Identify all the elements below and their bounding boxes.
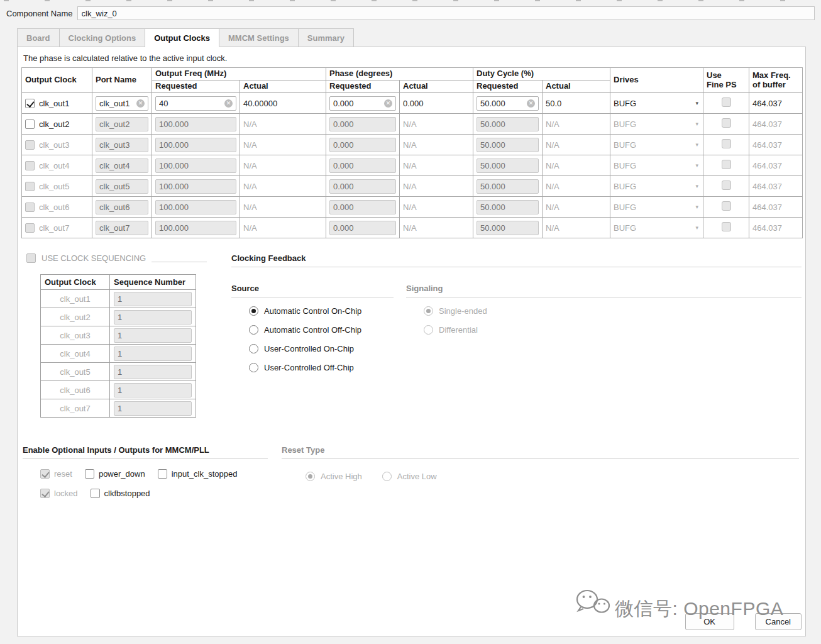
duty-requested-input-value: 50.000 <box>480 99 524 108</box>
phase-actual-value: N/A <box>400 155 473 176</box>
clock-name-cell: clk_out4 <box>25 161 89 170</box>
seq-clock-name: clk_out7 <box>41 399 110 418</box>
seq-clock-name: clk_out6 <box>41 381 110 399</box>
duty-requested-input-value: 50.000 <box>480 119 535 129</box>
drives-select[interactable]: BUFG▾ <box>614 161 700 170</box>
col-output-freq: Output Freq (MHz) <box>152 68 326 80</box>
port-name-input-value: clk_out5 <box>99 182 145 191</box>
freq-requested-input: 100.000 <box>155 179 236 194</box>
max-freq-value: 464.037 <box>749 155 803 176</box>
duty-requested-input-value: 50.000 <box>480 182 535 191</box>
drives-select[interactable]: BUFG▾ <box>614 99 700 108</box>
seq-row-clk_out6: clk_out61 <box>41 381 196 399</box>
max-freq-value: 464.037 <box>749 197 803 218</box>
drives-value: BUFG <box>614 140 636 150</box>
drives-select[interactable]: BUFG▾ <box>614 223 700 233</box>
tab-board[interactable]: Board <box>17 28 60 47</box>
source-option-automatic-control-off-chip[interactable]: Automatic Control Off-Chip <box>249 325 394 335</box>
clock-enable-checkbox[interactable] <box>25 119 35 129</box>
seq-row-clk_out3: clk_out31 <box>41 326 196 345</box>
input-clk-stopped-checkbox[interactable] <box>158 469 167 479</box>
seq-row-clk_out2: clk_out21 <box>41 308 196 326</box>
drives-value: BUFG <box>614 203 636 212</box>
clkfbstopped-checkbox[interactable] <box>91 489 100 498</box>
clock-name-cell: clk_out1 <box>25 99 89 108</box>
freq-requested-input[interactable]: 40✕ <box>155 96 236 111</box>
dropdown-caret-icon: ▾ <box>695 183 698 189</box>
port-name-input-value: clk_out3 <box>99 140 145 150</box>
middle-section: USE CLOCK SEQUENCING Output Clock Sequen… <box>21 253 803 418</box>
radio-icon[interactable] <box>249 306 258 316</box>
component-name-input[interactable] <box>77 6 815 20</box>
port-name-input[interactable]: clk_out1✕ <box>96 96 148 111</box>
tab-summary[interactable]: Summary <box>299 28 354 47</box>
reset-type-option-label: Active High <box>321 472 362 481</box>
drives-select[interactable]: BUFG▾ <box>614 203 700 212</box>
sequence-number-input-value: 1 <box>118 313 188 322</box>
radio-icon <box>306 472 315 481</box>
phase-actual-value: N/A <box>400 218 473 238</box>
freq-requested-input-value: 100.000 <box>159 182 233 191</box>
cancel-button[interactable]: Cancel <box>755 613 802 630</box>
duty-requested-input: 50.000 <box>477 117 539 131</box>
ok-button[interactable]: OK <box>685 613 734 630</box>
duty-requested-input: 50.000 <box>477 200 539 214</box>
duty-requested-input[interactable]: 50.000✕ <box>477 96 539 111</box>
freq-requested-input-value: 40 <box>159 99 222 108</box>
drives-select[interactable]: BUFG▾ <box>614 140 700 150</box>
clock-name-cell: clk_out5 <box>25 182 89 191</box>
use-fine-ps-checkbox <box>722 160 731 169</box>
radio-icon[interactable] <box>249 344 258 353</box>
freq-requested-input: 100.000 <box>155 158 236 173</box>
use-fine-ps-checkbox <box>722 201 731 211</box>
freq-actual-value: 40.00000 <box>240 93 326 114</box>
seq-row-clk_out1: clk_out11 <box>41 290 196 308</box>
clock-enable-checkbox[interactable] <box>25 99 35 108</box>
tab-mmcm-settings[interactable]: MMCM Settings <box>219 28 299 47</box>
clear-icon[interactable]: ✕ <box>136 99 145 108</box>
use-clock-sequencing-checkbox <box>26 253 36 263</box>
sequence-number-input-value: 1 <box>118 367 188 377</box>
clock-enable-checkbox <box>25 223 35 233</box>
output-clocks-tab-panel: The phase is calculated relative to the … <box>17 47 806 636</box>
use-clock-sequencing-row: USE CLOCK SEQUENCING <box>26 253 218 263</box>
optional-clkfbstopped-checkbox-item[interactable]: clkfbstopped <box>91 489 150 498</box>
clock-name-label: clk_out6 <box>39 203 69 212</box>
tab-clocking-options[interactable]: Clocking Options <box>60 28 146 47</box>
phase-requested-input-value: 0.000 <box>333 161 392 170</box>
seq-row-clk_out7: clk_out71 <box>41 399 196 418</box>
sequence-number-input-value: 1 <box>118 386 188 395</box>
freq-requested-input-value: 100.000 <box>159 119 233 129</box>
sequence-number-input: 1 <box>114 310 192 325</box>
optional-power-down-checkbox-item[interactable]: power_down <box>85 469 145 479</box>
drives-select[interactable]: BUFG▾ <box>614 182 700 191</box>
radio-icon[interactable] <box>249 363 258 372</box>
drives-value: BUFG <box>614 119 636 129</box>
sequencing-underline <box>152 254 207 262</box>
freq-requested-input-value: 100.000 <box>159 223 233 233</box>
seq-clock-name: clk_out3 <box>41 326 110 345</box>
reset-checkbox <box>40 469 50 479</box>
phase-requested-input[interactable]: 0.000✕ <box>329 96 396 111</box>
signaling-option-label: Single-ended <box>439 306 487 316</box>
source-option-label: Automatic Control Off-Chip <box>264 325 361 335</box>
power-down-checkbox[interactable] <box>85 469 94 479</box>
clear-icon[interactable]: ✕ <box>527 99 535 108</box>
use-fine-ps-checkbox <box>722 180 731 190</box>
radio-icon[interactable] <box>249 325 258 335</box>
source-option-user-controlled-on-chip[interactable]: User-Controlled On-Chip <box>249 344 394 353</box>
clear-icon[interactable]: ✕ <box>384 99 392 108</box>
phase-actual-value: N/A <box>400 176 473 197</box>
clock-name-cell: clk_out2 <box>25 119 89 129</box>
max-freq-value: 464.037 <box>749 114 803 135</box>
source-option-user-controlled-off-chip[interactable]: User-Controlled Off-Chip <box>249 363 394 372</box>
source-option-automatic-control-on-chip[interactable]: Automatic Control On-Chip <box>249 306 394 316</box>
tab-output-clocks[interactable]: Output Clocks <box>145 28 219 47</box>
drives-select[interactable]: BUFG▾ <box>614 119 700 129</box>
optional-checkbox-label: reset <box>54 469 72 479</box>
optional-input-clk-stopped-checkbox-item[interactable]: input_clk_stopped <box>158 469 238 479</box>
dropdown-caret-icon: ▾ <box>695 162 698 169</box>
radio-icon <box>424 306 433 316</box>
freq-actual-value: N/A <box>240 155 326 176</box>
clear-icon[interactable]: ✕ <box>224 99 233 108</box>
